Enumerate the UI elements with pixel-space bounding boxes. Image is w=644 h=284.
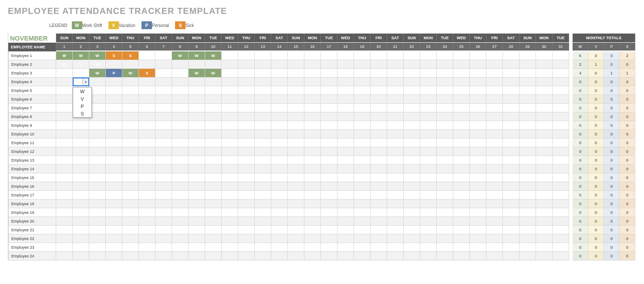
day-cell[interactable]: [238, 156, 255, 165]
day-cell[interactable]: [453, 147, 470, 156]
day-cell[interactable]: [73, 208, 89, 217]
day-cell[interactable]: [503, 165, 519, 173]
day-cell[interactable]: [337, 165, 354, 173]
day-cell[interactable]: [189, 234, 205, 243]
day-cell[interactable]: [122, 173, 139, 182]
day-cell[interactable]: [172, 199, 189, 208]
day-cell[interactable]: [122, 226, 139, 234]
day-cell[interactable]: [486, 130, 503, 139]
day-cell[interactable]: [155, 78, 172, 86]
day-cell[interactable]: [288, 199, 304, 208]
day-cell[interactable]: [288, 226, 304, 234]
day-cell[interactable]: [553, 130, 569, 139]
day-cell[interactable]: [337, 252, 354, 260]
day-cell[interactable]: [321, 182, 337, 191]
day-cell[interactable]: [470, 51, 486, 60]
day-cell[interactable]: [271, 78, 288, 86]
day-cell[interactable]: [255, 112, 271, 121]
day-cell[interactable]: [222, 226, 238, 234]
day-cell[interactable]: [155, 51, 172, 60]
day-cell[interactable]: V: [73, 60, 89, 69]
day-cell[interactable]: [73, 147, 89, 156]
day-cell[interactable]: [337, 226, 354, 234]
day-cell[interactable]: [73, 182, 89, 191]
day-cell[interactable]: [321, 156, 337, 165]
day-cell[interactable]: [437, 130, 453, 139]
day-cell[interactable]: [337, 112, 354, 121]
day-cell[interactable]: [56, 121, 73, 130]
day-cell[interactable]: [56, 86, 73, 95]
day-cell[interactable]: [337, 60, 354, 69]
day-cell[interactable]: [453, 60, 470, 69]
day-cell[interactable]: [271, 95, 288, 104]
day-cell[interactable]: [155, 217, 172, 226]
day-cell[interactable]: [238, 121, 255, 130]
day-cell[interactable]: [89, 234, 106, 243]
day-cell[interactable]: [486, 173, 503, 182]
employee-name-cell[interactable]: Employee 22: [8, 234, 56, 243]
day-cell[interactable]: [337, 156, 354, 165]
day-cell[interactable]: [404, 95, 420, 104]
day-cell[interactable]: [238, 147, 255, 156]
day-cell[interactable]: [255, 78, 271, 86]
day-cell[interactable]: [139, 86, 155, 95]
day-cell[interactable]: [354, 191, 371, 199]
day-cell[interactable]: [536, 226, 553, 234]
day-cell[interactable]: [155, 69, 172, 78]
day-cell[interactable]: [189, 199, 205, 208]
day-cell[interactable]: [122, 234, 139, 243]
day-cell[interactable]: W: [172, 51, 189, 60]
day-cell[interactable]: [437, 69, 453, 78]
day-cell[interactable]: [222, 139, 238, 147]
day-cell[interactable]: [56, 69, 73, 78]
day-cell[interactable]: [106, 95, 122, 104]
day-cell[interactable]: [189, 86, 205, 95]
day-cell[interactable]: [503, 60, 519, 69]
day-cell[interactable]: [321, 78, 337, 86]
day-cell[interactable]: [222, 60, 238, 69]
day-cell[interactable]: [337, 104, 354, 112]
day-cell[interactable]: [420, 60, 437, 69]
day-cell[interactable]: [371, 139, 387, 147]
day-cell[interactable]: [354, 156, 371, 165]
day-cell[interactable]: [404, 78, 420, 86]
day-cell[interactable]: [453, 243, 470, 252]
day-cell[interactable]: [519, 60, 536, 69]
day-cell[interactable]: [519, 208, 536, 217]
day-cell[interactable]: [503, 139, 519, 147]
day-cell[interactable]: [553, 95, 569, 104]
day-cell[interactable]: [519, 191, 536, 199]
day-cell[interactable]: [437, 86, 453, 95]
day-cell[interactable]: [271, 86, 288, 95]
day-cell[interactable]: [255, 182, 271, 191]
day-cell[interactable]: [155, 95, 172, 104]
day-cell[interactable]: [387, 217, 404, 226]
day-cell[interactable]: [288, 78, 304, 86]
day-cell[interactable]: [205, 156, 222, 165]
day-cell[interactable]: [371, 199, 387, 208]
day-cell[interactable]: [420, 147, 437, 156]
day-cell[interactable]: [453, 121, 470, 130]
day-cell[interactable]: [56, 208, 73, 217]
day-cell[interactable]: [404, 199, 420, 208]
day-cell[interactable]: [553, 191, 569, 199]
day-cell[interactable]: [387, 165, 404, 173]
day-cell[interactable]: [155, 191, 172, 199]
day-cell[interactable]: [387, 112, 404, 121]
day-cell[interactable]: [238, 208, 255, 217]
day-cell[interactable]: [172, 252, 189, 260]
day-cell[interactable]: [371, 208, 387, 217]
day-cell[interactable]: [536, 173, 553, 182]
day-cell[interactable]: [89, 208, 106, 217]
day-cell[interactable]: [387, 130, 404, 139]
day-cell[interactable]: [453, 217, 470, 226]
day-cell[interactable]: [470, 156, 486, 165]
day-cell[interactable]: [222, 199, 238, 208]
day-cell[interactable]: [106, 104, 122, 112]
day-cell[interactable]: [238, 173, 255, 182]
day-cell[interactable]: [337, 182, 354, 191]
day-cell[interactable]: [288, 243, 304, 252]
day-cell[interactable]: [89, 156, 106, 165]
day-cell[interactable]: [56, 156, 73, 165]
day-cell[interactable]: [172, 121, 189, 130]
